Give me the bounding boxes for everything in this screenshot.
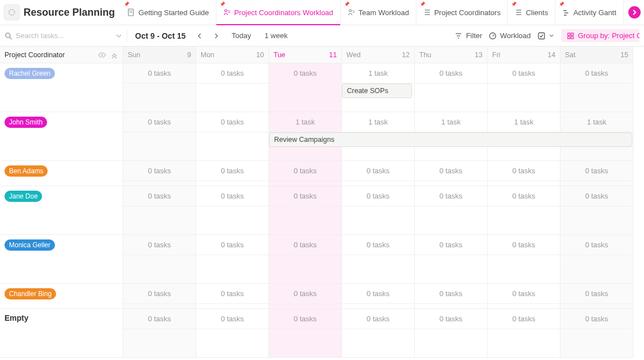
workload-cell[interactable]: 0 tasks	[123, 112, 196, 161]
prev-week-button[interactable]	[193, 30, 206, 42]
task-count: 0 tasks	[196, 112, 268, 132]
workload-cell[interactable]: 0 tasks	[123, 284, 196, 309]
day-header[interactable]: Thu13	[415, 47, 488, 63]
workload-cell[interactable]: 0 tasks	[560, 161, 633, 186]
workload-cell[interactable]: 0 tasks	[342, 284, 415, 309]
workload-cell[interactable]: 0 tasks	[488, 284, 560, 309]
day-header[interactable]: Sun9	[123, 47, 196, 63]
workload-cell[interactable]: 1 taskCreate SOPs	[342, 63, 415, 112]
workload-cell[interactable]: 0 tasks	[196, 186, 269, 235]
workload-cell[interactable]: 0 tasks	[196, 235, 269, 284]
filter-button[interactable]: Filter	[455, 31, 482, 40]
workload-cell[interactable]: 0 tasks	[196, 309, 269, 358]
tab-project-coordinators[interactable]: 📌 Project Coordinators	[416, 0, 508, 25]
day-header[interactable]: Mon10	[196, 47, 269, 63]
search-input[interactable]	[16, 31, 94, 40]
workload-cell[interactable]: 0 tasks	[269, 235, 342, 284]
workload-cell[interactable]: 0 tasks	[342, 186, 415, 235]
tab-label: Project Coordinators Workload	[234, 8, 333, 17]
workload-cell[interactable]: 0 tasks	[269, 63, 342, 112]
workload-cell[interactable]: 0 tasks	[415, 284, 488, 309]
cell-body	[123, 206, 196, 234]
day-header[interactable]: Sat15	[560, 47, 633, 63]
workload-cell[interactable]: 0 tasks	[196, 112, 269, 161]
person-chip[interactable]: Monica Geller	[4, 239, 55, 251]
day-name: Sun	[128, 51, 140, 59]
day-header[interactable]: Tue11	[269, 47, 342, 63]
svg-point-23	[101, 54, 103, 56]
workload-cell[interactable]: 0 tasks	[123, 63, 196, 112]
workload-cell[interactable]: 0 tasks	[415, 186, 488, 235]
cell-body	[269, 255, 341, 283]
task-bar[interactable]: Review Campaigns	[269, 132, 632, 147]
workload-cell[interactable]: 0 tasks	[415, 235, 488, 284]
workload-toggle[interactable]: Workload	[489, 31, 531, 40]
date-range[interactable]: Oct 9 - Oct 15	[135, 31, 186, 40]
day-header[interactable]: Wed12	[342, 47, 415, 63]
workload-cell[interactable]: 0 tasks	[560, 284, 633, 309]
person-chip[interactable]: Rachel Green	[4, 68, 55, 79]
tab-project-coordinators-workload[interactable]: 📌 Project Coordinators Workload	[216, 0, 341, 25]
row-header[interactable]: John Smith	[0, 112, 123, 161]
checkbox-dropdown[interactable]	[538, 32, 554, 40]
workload-cell[interactable]: 0 tasks	[488, 63, 560, 112]
workload-cell[interactable]: 0 tasks	[196, 284, 269, 309]
search[interactable]	[4, 31, 122, 40]
task-bar[interactable]: Create SOPs	[342, 84, 412, 98]
workload-cell[interactable]: 0 tasks	[123, 235, 196, 284]
day-name: Wed	[346, 51, 360, 59]
workload-cell[interactable]: 0 tasks	[269, 309, 342, 358]
workload-cell[interactable]: 0 tasks	[269, 284, 342, 309]
row-header[interactable]: Chandler Bing	[0, 284, 123, 309]
next-week-button[interactable]	[210, 30, 223, 42]
app-icon[interactable]	[3, 4, 20, 21]
workload-cell[interactable]: 0 tasks	[123, 161, 196, 186]
collapse-icon[interactable]	[110, 51, 118, 59]
workload-cell[interactable]: 0 tasks	[123, 186, 196, 235]
workload-cell[interactable]: 0 tasks	[488, 309, 560, 358]
workload-cell[interactable]: 0 tasks	[560, 235, 633, 284]
row-header[interactable]: Ben Adams	[0, 161, 123, 186]
tab-team-workload[interactable]: 📌 Team Workload	[341, 0, 416, 25]
workload-cell[interactable]: 0 tasks	[560, 186, 633, 235]
workload-cell[interactable]: 0 tasks	[415, 309, 488, 358]
workload-cell[interactable]: 0 tasks	[415, 63, 488, 112]
person-chip[interactable]: Ben Adams	[4, 165, 48, 177]
tab-activity-gantt[interactable]: 📌 Activity Gantt	[555, 0, 624, 25]
workload-cell[interactable]: 0 tasks	[488, 161, 560, 186]
workload-cell[interactable]: 1 taskReview Campaigns	[269, 112, 342, 161]
workload-cell[interactable]: 0 tasks	[342, 161, 415, 186]
workload-cell[interactable]: 0 tasks	[415, 161, 488, 186]
workload-cell[interactable]: 0 tasks	[123, 309, 196, 358]
person-chip[interactable]: Jane Doe	[4, 191, 42, 202]
person-chip[interactable]: Chandler Bing	[4, 288, 56, 299]
day-header[interactable]: Fri14	[488, 47, 560, 63]
tab-getting-started[interactable]: 📌 Getting Started Guide	[121, 0, 216, 25]
row-header[interactable]: Jane Doe	[0, 186, 123, 235]
group-by-pill[interactable]: Group by: Project Coo	[561, 29, 640, 42]
workload-cell[interactable]: 0 tasks	[269, 161, 342, 186]
workload-cell[interactable]: 0 tasks	[342, 309, 415, 358]
workload-cell[interactable]: 0 tasks	[560, 63, 633, 112]
workload-cell[interactable]: 0 tasks	[342, 235, 415, 284]
workload-cell[interactable]: 0 tasks	[560, 309, 633, 358]
workload-cell[interactable]: 0 tasks	[488, 235, 560, 284]
workload-cell[interactable]: 0 tasks	[196, 63, 269, 112]
person-chip[interactable]: John Smith	[4, 117, 47, 128]
tabs-scroll-right[interactable]	[628, 6, 641, 19]
eye-icon[interactable]	[98, 51, 106, 59]
task-count: 0 tasks	[415, 161, 487, 181]
task-count: 0 tasks	[488, 309, 560, 329]
workload-cell[interactable]: 0 tasks	[269, 186, 342, 235]
tab-clients[interactable]: 📌 Clients	[508, 0, 555, 25]
today-button[interactable]: Today	[227, 29, 256, 42]
row-header[interactable]: Monica Geller	[0, 235, 123, 284]
workload-cell[interactable]: 0 tasks	[488, 186, 560, 235]
row-header[interactable]: Rachel Green	[0, 63, 123, 112]
pin-icon: 📌	[511, 2, 517, 7]
pin-icon: 📌	[420, 2, 425, 7]
range-selector[interactable]: 1 week	[260, 29, 292, 42]
workload-cell[interactable]: 0 tasks	[196, 161, 269, 186]
row-header[interactable]: Empty	[0, 309, 123, 358]
chevron-down-icon[interactable]	[115, 33, 122, 39]
